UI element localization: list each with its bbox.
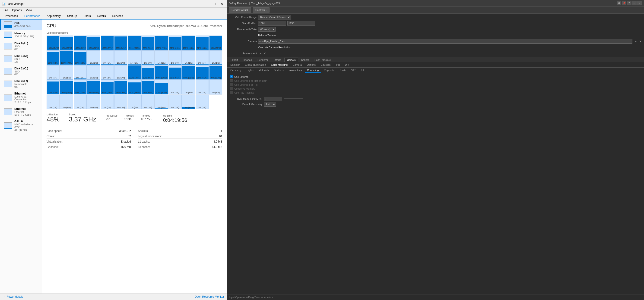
sidebar-item-memory[interactable]: Memory 20/128 GB (15%) [0,30,42,40]
tab-performance[interactable]: Performance [21,13,44,20]
open-resource-monitor-link[interactable]: Open Resource Monitor [195,295,224,298]
vray-form: Valid Frame Range Render Current Frame S… [227,14,644,57]
subtab-textures[interactable]: Textures [272,68,286,73]
sidebar-item-disk2[interactable]: Disk 2 (C:) SSD 0% [0,65,42,78]
subtab-volumetrics[interactable]: Volumetrics [286,68,304,73]
tab-objects[interactable]: Objects [284,58,298,62]
tab-details[interactable]: Details [94,13,109,20]
gpu-sub: NVIDIA GeForce GTX ... 4% (42 °C) [14,123,39,131]
subtab-camera[interactable]: Camera [290,63,304,67]
threads-value: 5134 [124,117,134,121]
embree-checkbox-row[interactable]: ✓Use Embree [229,75,642,79]
controls-button[interactable]: Controls... [253,8,270,13]
cpu-cell: 97% (69%) [87,80,100,94]
sidebar-item-ethernet2[interactable]: Ethernet Ethernet S: 0 R: 0 Kbps [0,105,42,118]
sidebar-item-disk1[interactable]: Disk 1 (D:) SSD 1% [0,53,42,65]
cpu-cell: 1% (1%) [87,65,100,80]
vray-minimize-button[interactable]: ─ [632,2,636,5]
disk1-sidebar-label: Disk 1 (D:) SSD 1% [14,54,28,63]
default-geometry-select[interactable]: Auto [264,102,276,107]
cpu-cell: 1% (1%) [74,95,87,109]
start-frame-input[interactable] [258,21,286,26]
render-to-disk-button[interactable]: Render to Disk [229,8,251,13]
vray-content: ✓Use EmbreeUse Embree For Motion BlurUse… [227,73,644,294]
subtab-caustics[interactable]: Caustics [318,63,333,67]
disk1-name: Disk 1 (D:) [14,54,28,58]
dyn-mem-input[interactable] [264,97,282,101]
tab-images[interactable]: Images [241,58,254,62]
environment-close-button[interactable]: ✕ [263,52,266,55]
cpu-cell: 89% (70%) [141,36,154,50]
tab-scripts[interactable]: Scripts [298,58,312,62]
render-with-take-select[interactable]: (Current) [258,27,276,32]
tab-post-translate[interactable]: Post Translate [312,58,333,62]
end-frame-input[interactable] [287,21,315,26]
checkbox-label: Use Embree For Motion Blur [234,79,266,82]
sidebar-item-cpu[interactable]: CPU 48% 3.37 GHz [0,20,42,30]
tab-effects[interactable]: Effects [271,58,284,62]
valid-frame-range-select[interactable]: Render Current Frame [258,15,291,20]
subtab-sampler[interactable]: Sampler [228,63,242,67]
vray-close-button[interactable]: ✕ [637,2,642,5]
subtab-lights[interactable]: Lights [244,68,256,73]
minimize-button[interactable]: ─ [204,2,211,7]
checkbox-label: Use Ray Packets [234,91,254,94]
fewer-details-button[interactable]: ⌃ Fewer details [3,295,23,298]
subtab-units[interactable]: Units [338,68,348,73]
tab-startup[interactable]: Start-up [64,13,80,20]
eth1-mini-graph [4,94,12,101]
menu-options[interactable]: Options [10,8,24,12]
subtab-materials[interactable]: Materials [256,68,271,73]
vray-pin-button[interactable]: 📌 [622,2,626,5]
uptime-label: Up time [163,114,172,117]
camera-edit-button[interactable]: ↗ [634,40,637,43]
vray-window-controls: ⚙ 📌 ? ─ ✕ [617,2,642,5]
tab-renderer[interactable]: Renderer [255,58,271,62]
tab-users[interactable]: Users [80,13,94,20]
tab-processes[interactable]: Processes [2,13,21,20]
vray-help-button[interactable]: ? [627,2,632,5]
sidebar-item-disk3[interactable]: Disk 3 (F:) Removable 0% [0,78,42,90]
subtab-vfb[interactable]: VFB [349,68,358,73]
vray-title: V-Ray Renderer | Turn_Tab_e04_eys_v065 [230,2,280,5]
tab-services[interactable]: Services [109,13,126,20]
embree-checkbox-row[interactable]: Use Ray Packets [229,91,642,94]
camera-options-button[interactable]: ✕ [639,40,642,43]
menu-file[interactable]: File [2,8,10,12]
embree-checkbox-row[interactable]: Conserve Memory [229,87,642,91]
cpu-cell: 15% (15%) [182,95,195,109]
input-operators-label: Input Operators (Drag/Drop to reorder) [229,296,272,298]
subtab-rendering[interactable]: Rendering [305,68,321,73]
tab-app-history[interactable]: App history [44,13,64,20]
vray-settings-button[interactable]: ⚙ [617,2,621,5]
camera-input[interactable] [258,39,632,44]
subtab-ui[interactable]: UI [359,68,366,73]
cpu-cell: 93% (62%) [87,36,100,50]
embree-section: ✓Use EmbreeUse Embree For Motion BlurUse… [229,75,642,94]
close-button[interactable]: ✕ [218,2,225,7]
menu-view[interactable]: View [24,8,34,12]
detail-val: 64.0 MB [212,145,222,148]
sidebar-item-ethernet1[interactable]: Ethernet Local Area Connection... S: 0 R… [0,90,42,105]
detail-val: 3.00 GHz [119,129,131,132]
subtab-dr[interactable]: DR [343,63,351,67]
override-camera-label: Override Camera Resolution [258,46,290,49]
subtab-geometry[interactable]: Geometry [228,68,244,73]
subtab-gi[interactable]: Global Illumination [243,63,268,67]
memory-sidebar-label: Memory 20/128 GB (15%) [14,32,34,38]
dyn-mem-slider[interactable] [284,98,303,99]
environment-expand-button[interactable]: ↗ [258,52,262,55]
maximize-button[interactable]: □ [212,2,218,7]
cpu-cell: 90% (62%) [46,50,60,65]
sidebar-item-disk0[interactable]: Disk 0 (U:) SSD 0% [0,40,42,53]
subtab-ipr[interactable]: IPR [333,63,342,67]
tab-export[interactable]: Export [228,58,240,62]
sidebar-item-gpu[interactable]: GPU 0 NVIDIA GeForce GTX ... 4% (42 °C) [0,118,42,133]
camera-row: Camera ↗ ✕ [229,39,642,44]
subtab-options[interactable]: Options [304,63,318,67]
subtab-raycaster[interactable]: Raycaster [322,68,338,73]
embree-checkbox-row[interactable]: Use Embree For Hair [229,83,642,87]
embree-checkbox-row[interactable]: Use Embree For Motion Blur [229,79,642,83]
detail-row: L3 cache:64.0 MB [138,145,222,149]
subtab-color-mapping[interactable]: Color Mapping [268,63,290,67]
